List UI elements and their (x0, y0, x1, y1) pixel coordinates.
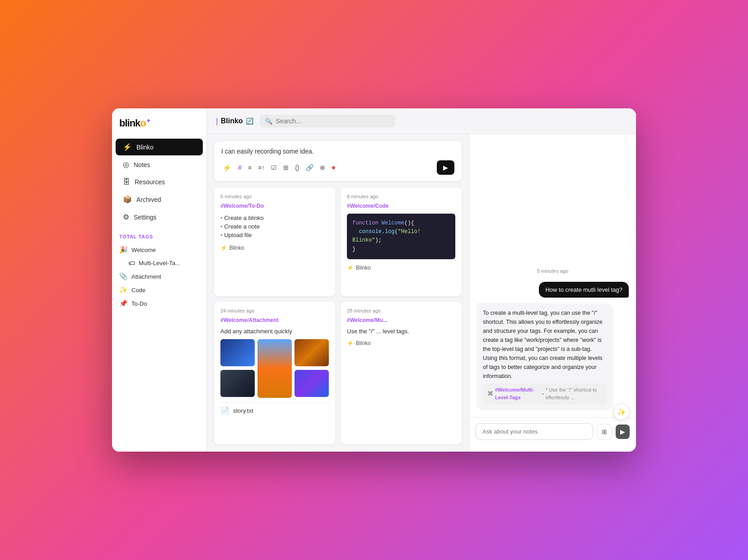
file-name: story.txt (233, 407, 253, 414)
code-tag[interactable]: #Welcome/Code (347, 203, 455, 209)
todo-item-2: Create a note (220, 222, 329, 231)
toolbar-checklist-btn[interactable]: ☑ (270, 163, 278, 173)
image-building (295, 339, 329, 366)
footer-dot-icon: ⚡ (220, 245, 227, 251)
todo-item-1: Create a blinko (220, 214, 329, 222)
card-time: 6 minutes ago (220, 194, 329, 199)
toolbar-add-btn[interactable]: ⊕ (318, 163, 327, 173)
code-tag-icon: ✨ (119, 286, 128, 294)
tag-item-welcome[interactable]: 🎉 Welcome (112, 243, 206, 257)
footer-dot-multilevel: ⚡ (347, 340, 354, 346)
nav-item-settings[interactable]: ⚙ Settings (116, 209, 203, 225)
source-key-icon: ⌘ (487, 389, 493, 399)
code-card-time: 8 minutes ago (347, 194, 455, 199)
multilevel-description: Use the "/" ... level tags. (347, 328, 455, 335)
toolbar-lightning-btn[interactable]: ⚡ (221, 162, 233, 173)
tag-item-attachment[interactable]: 📎 Attachment (112, 270, 206, 283)
topbar: | Blinko 🔄 🔍 (207, 108, 636, 134)
attachment-images (220, 339, 329, 398)
nav-item-blinko[interactable]: ⚡ Blinko (116, 139, 203, 155)
multilevel-card: 28 minutes ago #Welcome/Mu... Use the "/… (341, 302, 462, 444)
multilevel-card-time: 28 minutes ago (347, 308, 455, 313)
file-item: 📄 story.txt (220, 402, 329, 419)
user-message: How to create mutli level tag? (539, 282, 629, 298)
topbar-title: | Blinko 🔄 (216, 117, 253, 126)
ai-input-area: ⊞ ▶ (469, 417, 636, 445)
search-input[interactable] (276, 117, 390, 125)
todo-list: Create a blinko Create a note Upload fil… (220, 214, 329, 239)
tag-item-multilevel[interactable]: 🏷 Multi-Level-Ta... (112, 257, 206, 270)
source-preview-text: • (542, 390, 544, 398)
tag-item-code[interactable]: ✨ Code (112, 283, 206, 297)
search-bar[interactable]: 🔍 (260, 115, 395, 127)
toolbar-list-btn[interactable]: ≡ (247, 163, 253, 173)
image-gears (220, 370, 255, 397)
sync-icon[interactable]: 🔄 (246, 117, 253, 125)
ai-response: To create a multi-level tag, you can use… (477, 303, 613, 410)
ai-fab-button[interactable]: ✨ (613, 404, 630, 420)
tag-item-todo[interactable]: 📌 To-Do (112, 297, 206, 310)
settings-icon: ⚙ (123, 213, 129, 221)
ai-send-button[interactable]: ▶ (616, 425, 630, 439)
logo: blinko✦ (112, 117, 206, 138)
toolbar-ordered-list-btn[interactable]: ≡↑ (257, 163, 266, 173)
multilevel-tag[interactable]: #Welcome/Mu... (347, 317, 455, 323)
tags-section: TOTAL TAGS (112, 226, 206, 243)
cards-grid: 6 minutes ago #Welcome/To-Do Create a bl… (214, 187, 462, 444)
toolbar-table-btn[interactable]: ⊞ (282, 163, 290, 173)
attachment-tag-icon: 📎 (119, 272, 128, 280)
code-card: 8 minutes ago #Welcome/Code function Wel… (341, 187, 462, 296)
nav-item-resources[interactable]: 🗄 Resources (116, 174, 203, 190)
ai-timestamp: 5 minutes ago (477, 268, 629, 274)
nav-item-archived[interactable]: 📦 Archived (116, 191, 203, 208)
footer-username: Blinko (229, 245, 244, 251)
image-tower (257, 339, 292, 398)
input-placeholder-text: I can easily recording some idea. (221, 148, 454, 155)
toolbar-record-btn[interactable]: ● (330, 162, 337, 173)
toolbar: ⚡ # ≡ ≡↑ ☑ ⊞ {} 🔗 ⊕ ● ▶ (221, 160, 454, 175)
nav-item-notes[interactable]: ◎ Notes (116, 156, 203, 173)
attachment-card: 24 minutes ago #Welcome/Attachment Add a… (214, 302, 335, 444)
ai-grid-button[interactable]: ⊞ (597, 424, 612, 439)
image-hands (220, 339, 255, 366)
send-button[interactable]: ▶ (437, 160, 454, 175)
notes-feed: I can easily recording some idea. ⚡ # ≡ … (207, 134, 469, 452)
image-fireworks (295, 370, 329, 397)
code-block: function Welcome(){ console.log("Hello! … (347, 214, 455, 259)
title-divider: | (216, 117, 218, 126)
fab-sparkle-icon: ✨ (617, 408, 626, 416)
welcome-tag-icon: 🎉 (119, 246, 128, 254)
page-title: Blinko (221, 117, 243, 125)
file-icon: 📄 (220, 406, 229, 415)
app-window: blinko✦ ⚡ Blinko ◎ Notes 🗄 Resources 📦 A… (112, 108, 636, 452)
sidebar: blinko✦ ⚡ Blinko ◎ Notes 🗄 Resources 📦 A… (112, 108, 207, 452)
search-icon: 🔍 (265, 118, 272, 125)
ai-chat-panel: 5 minutes ago How to create mutli level … (469, 134, 636, 452)
content-area: I can easily recording some idea. ⚡ # ≡ … (207, 134, 636, 452)
todo-tag-icon: 📌 (119, 299, 128, 308)
ai-chat-input[interactable] (476, 423, 593, 440)
main-area: | Blinko 🔄 🔍 I can easily recording some… (207, 108, 636, 452)
todo-item-3: Upload file (220, 231, 329, 239)
ai-messages: 5 minutes ago How to create mutli level … (469, 134, 636, 417)
toolbar-hash-btn[interactable]: # (237, 163, 243, 173)
card-footer-code: ⚡ Blinko (347, 265, 455, 271)
ai-fab-container: ✨ (469, 445, 636, 452)
ai-source[interactable]: ⌘ #Welcome/Multi-Level-Tags • * Use the … (483, 383, 607, 405)
attachment-card-time: 24 minutes ago (220, 308, 329, 313)
blinko-icon: ⚡ (123, 143, 132, 151)
footer-dot-icon-code: ⚡ (347, 265, 354, 271)
card-footer-multilevel: ⚡ Blinko (347, 340, 455, 346)
toolbar-link-btn[interactable]: 🔗 (304, 163, 315, 173)
toolbar-code-btn[interactable]: {} (294, 163, 300, 173)
notes-icon: ◎ (123, 160, 129, 169)
resources-icon: 🗄 (123, 178, 130, 186)
todo-tag[interactable]: #Welcome/To-Do (220, 203, 329, 209)
archived-icon: 📦 (123, 195, 132, 204)
multilevel-tag-icon: 🏷 (128, 259, 135, 267)
todo-card: 6 minutes ago #Welcome/To-Do Create a bl… (214, 187, 335, 296)
source-preview: * Use the "/" shortcut to effortlessly .… (546, 386, 603, 402)
logo-text: blinko✦ (119, 117, 150, 129)
footer-username-code: Blinko (356, 265, 371, 271)
attachment-tag[interactable]: #Welcome/Attachment (220, 317, 329, 323)
